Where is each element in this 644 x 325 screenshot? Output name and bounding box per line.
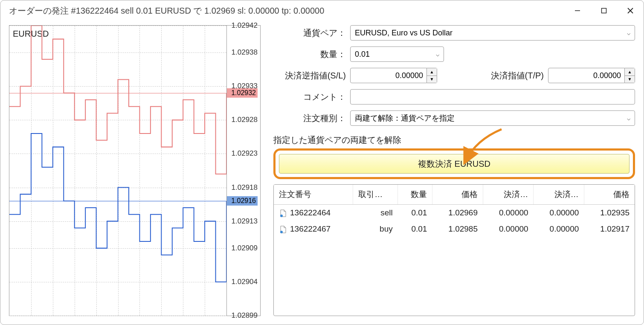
table-row[interactable]: 136222467buy0.011.029850.000000.000001.0… [274,221,635,237]
order-window: オーダーの発注 #136222464 sell 0.01 EURUSD で 1.… [0,0,644,325]
bid-price-box: 1.02916 [227,196,258,206]
pair-value: EURUSD, Euro vs US Dollar [355,29,453,38]
pair-select[interactable]: EURUSD, Euro vs US Dollar ⌵ [350,25,635,41]
tp-step-down[interactable]: ▼ [625,76,635,83]
form-panel: 通貨ペア： EURUSD, Euro vs US Dollar ⌵ 数量： 0.… [273,25,635,316]
document-icon [279,209,287,218]
minimize-button[interactable] [564,0,591,21]
sl-input-wrap: ▲ ▼ [350,68,437,83]
pair-label: 通貨ペア： [273,27,350,39]
table-header[interactable]: 数量 [398,185,432,205]
chart-panel: EURUSD 1.029421.029381.029331.029281.029… [9,25,261,316]
table-header[interactable]: 価格 [432,185,483,205]
svg-rect-1 [602,9,606,13]
comment-input[interactable] [350,89,635,104]
y-tick-label: 1.02913 [232,217,258,226]
type-label: 注文種別： [273,113,350,124]
table-header-row: 注文番号取引…数量価格決済…決済…価格 [274,185,635,205]
table-header[interactable]: 決済… [534,185,584,205]
sl-label: 決済逆指値(S/L) [273,70,350,81]
tp-input[interactable] [548,68,625,83]
ask-price-box: 1.02932 [227,88,258,98]
tp-step-up[interactable]: ▲ [625,68,635,76]
y-tick-label: 1.02918 [232,183,258,192]
y-tick-label: 1.02904 [232,278,258,286]
order-type-select[interactable]: 両建て解除：通貨ペアを指定 ⌵ [350,110,635,126]
volume-label: 数量： [273,49,350,60]
chevron-down-icon: ⌵ [627,29,630,36]
chevron-down-icon: ⌵ [436,51,439,58]
chevron-down-icon: ⌵ [627,115,630,122]
orders-table: 注文番号取引…数量価格決済…決済…価格 136222464sell0.011.0… [274,185,635,237]
sl-input[interactable] [350,68,427,83]
y-tick-label: 1.02909 [232,244,258,252]
window-title: オーダーの発注 #136222464 sell 0.01 EURUSD で 1.… [9,5,564,17]
chart-body [9,26,227,316]
multiple-close-button[interactable]: 複数決済 EURUSD [279,154,629,174]
order-type-value: 両建て解除：通貨ペアを指定 [355,113,455,123]
table-header[interactable]: 価格 [584,185,635,205]
volume-select[interactable]: 0.01 ⌵ [350,46,444,62]
volume-value: 0.01 [355,50,370,59]
section-title: 指定した通貨ペアの両建てを解除 [273,134,635,146]
chart-y-axis: 1.029421.029381.029331.029281.029231.029… [227,26,260,316]
y-tick-label: 1.02899 [232,311,258,320]
document-icon [279,225,287,234]
titlebar: オーダーの発注 #136222464 sell 0.01 EURUSD で 1.… [0,0,644,21]
svg-point-4 [280,215,283,217]
table-header[interactable]: 注文番号 [274,185,353,205]
table-row[interactable]: 136222464sell0.011.029690.000000.000001.… [274,205,635,221]
main-button-highlight: 複数決済 EURUSD [273,148,635,179]
comment-label: コメント： [273,91,350,103]
y-tick-label: 1.02928 [232,116,258,124]
tp-input-wrap: ▲ ▼ [548,68,635,83]
svg-point-5 [280,231,283,233]
y-tick-label: 1.02942 [232,21,258,30]
chart-lines [9,26,226,316]
table-header[interactable]: 取引… [353,185,398,205]
close-button[interactable] [617,0,644,21]
sl-step-down[interactable]: ▼ [427,76,437,83]
maximize-button[interactable] [591,0,617,21]
table-header[interactable]: 決済… [483,185,534,205]
tp-label: 決済指値(T/P) [491,70,548,81]
content: EURUSD 1.029421.029381.029331.029281.029… [0,21,644,325]
table-body: 136222464sell0.011.029690.000000.000001.… [274,205,635,238]
orders-table-wrap: 注文番号取引…数量価格決済…決済…価格 136222464sell0.011.0… [273,184,635,316]
sl-step-up[interactable]: ▲ [427,68,437,76]
y-tick-label: 1.02938 [232,48,258,57]
y-tick-label: 1.02923 [232,149,258,158]
